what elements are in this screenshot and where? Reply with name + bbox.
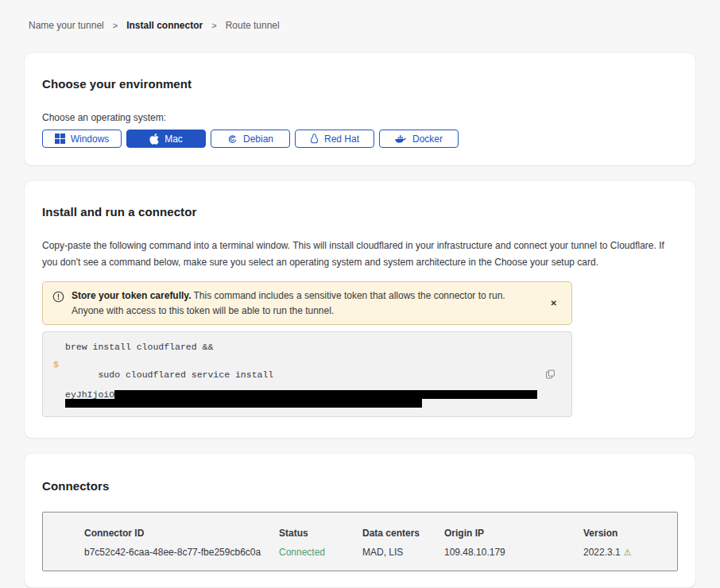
code-line-sudo: $sudo cloudflared service install — [65, 359, 559, 390]
os-button-redhat[interactable]: Red Hat — [295, 130, 374, 148]
debian-logo-icon — [227, 133, 238, 144]
connector-row: b7c52c42-6caa-48ee-8c77-fbe259cb6c0a Con… — [84, 547, 677, 558]
code-line-token: eyJhIjoiO — [65, 390, 559, 399]
install-connector-card: Install and run a connector Copy-paste t… — [25, 181, 695, 438]
os-select-label: Choose an operating system: — [42, 112, 678, 123]
os-button-label: Docker — [412, 133, 443, 145]
connector-id-cell: b7c52c42-6caa-48ee-8c77-fbe259cb6c0a — [84, 547, 279, 558]
os-button-group: Windows Mac Debian Red Hat Docker — [42, 130, 678, 148]
connectors-card: Connectors Connector ID Status Data cent… — [25, 454, 695, 587]
os-button-debian[interactable]: Debian — [211, 130, 290, 148]
version-text: 2022.3.1 — [583, 547, 621, 558]
breadcrumb-step-name-your-tunnel[interactable]: Name your tunnel — [29, 20, 104, 31]
redaction-bar — [114, 390, 537, 399]
install-command-code-block: brew install cloudflared && $sudo cloudf… — [42, 331, 572, 417]
choose-environment-title: Choose your environment — [42, 77, 678, 91]
col-header-status: Status — [279, 528, 362, 539]
copy-command-button[interactable] — [544, 368, 557, 381]
version-cell: 2022.3.1⚠ — [583, 547, 677, 558]
info-circle-icon — [52, 291, 64, 303]
origin-ip-cell: 109.48.10.179 — [444, 547, 583, 558]
redhat-logo-icon — [310, 133, 319, 144]
connectors-title: Connectors — [42, 479, 678, 493]
breadcrumb: Name your tunnel > Install connector > R… — [0, 0, 720, 31]
version-warning-icon[interactable]: ⚠ — [624, 547, 632, 557]
connectors-table-header: Connector ID Status Data centers Origin … — [84, 528, 677, 539]
token-warning-text: Store your token carefully.This command … — [72, 288, 529, 318]
col-header-data-centers: Data centers — [362, 528, 444, 539]
os-button-label: Debian — [243, 133, 273, 145]
copy-icon — [545, 370, 555, 382]
choose-environment-card: Choose your environment Choose an operat… — [25, 53, 695, 165]
close-banner-button[interactable]: ✕ — [549, 298, 559, 309]
breadcrumb-separator: > — [211, 21, 216, 30]
token-warning-title: Store your token carefully. — [72, 290, 192, 301]
token-warning-banner: Store your token carefully.This command … — [42, 281, 572, 325]
data-centers-cell: MAD, LIS — [362, 547, 444, 558]
os-button-windows[interactable]: Windows — [42, 130, 122, 148]
breadcrumb-step-route-tunnel[interactable]: Route tunnel — [226, 20, 280, 31]
install-connector-title: Install and run a connector — [42, 205, 672, 219]
docker-logo-icon — [395, 134, 407, 144]
connectors-table: Connector ID Status Data centers Origin … — [42, 512, 678, 571]
os-button-label: Red Hat — [324, 133, 359, 145]
apple-logo-icon — [149, 133, 159, 145]
code-line-brew: brew install cloudflared && — [65, 342, 559, 352]
breadcrumb-step-install-connector[interactable]: Install connector — [126, 20, 203, 31]
status-cell: Connected — [279, 547, 362, 558]
code-line-sudo-text: sudo cloudflared service install — [98, 369, 273, 380]
os-button-mac[interactable]: Mac — [126, 130, 206, 148]
install-connector-description: Copy-paste the following command into a … — [42, 238, 672, 271]
shell-prompt: $ — [53, 359, 59, 369]
redaction-bar — [65, 399, 422, 408]
code-line-token-continued — [65, 399, 559, 408]
breadcrumb-separator: > — [113, 21, 118, 30]
col-header-origin-ip: Origin IP — [444, 528, 583, 539]
col-header-version: Version — [583, 528, 677, 539]
os-button-label: Windows — [71, 133, 110, 145]
os-button-docker[interactable]: Docker — [379, 130, 459, 148]
windows-logo-icon — [55, 133, 65, 144]
os-button-label: Mac — [165, 133, 183, 145]
col-header-connector-id: Connector ID — [84, 528, 279, 539]
